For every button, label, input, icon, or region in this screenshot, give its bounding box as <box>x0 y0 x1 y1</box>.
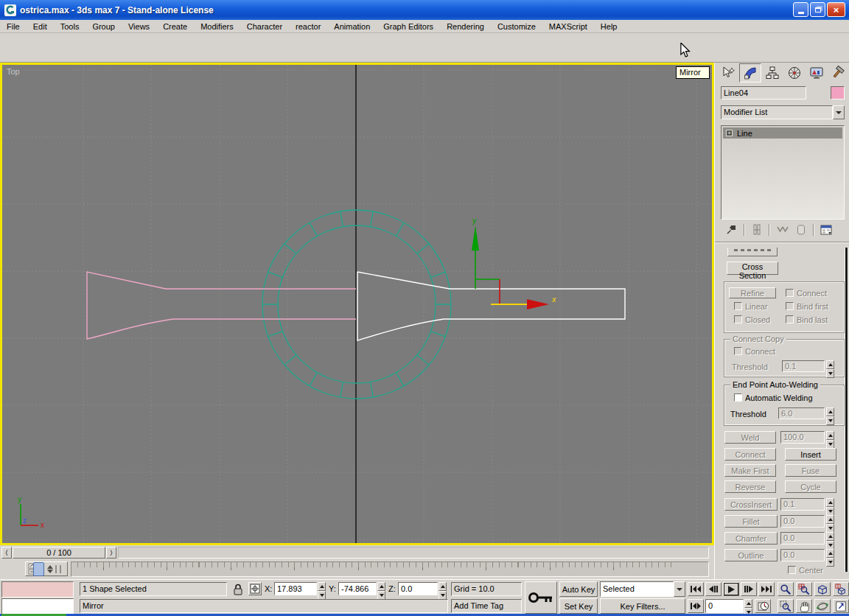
chamfer-spinner[interactable] <box>826 532 834 545</box>
restore-button[interactable] <box>810 2 825 17</box>
center-checkbox[interactable] <box>788 566 796 574</box>
tab-modify[interactable] <box>739 63 761 83</box>
outline-field[interactable]: 0.0 <box>780 549 825 561</box>
fillet-spinner[interactable] <box>826 515 834 528</box>
fillet-field[interactable]: 0.0 <box>780 515 825 528</box>
outline-spinner[interactable] <box>826 549 834 561</box>
weld-value-field[interactable]: 100.0 <box>780 431 825 444</box>
menu-modifiers[interactable]: Modifiers <box>194 21 240 32</box>
menu-edit[interactable]: Edit <box>27 21 54 32</box>
weld-threshold-spinner[interactable] <box>826 407 834 419</box>
time-slider-track[interactable] <box>118 547 709 559</box>
object-name-field[interactable]: Line04 <box>721 86 806 99</box>
zoom-extents-button[interactable] <box>814 582 831 596</box>
tab-motion[interactable] <box>783 63 806 83</box>
open-mini-curve-editor-button[interactable] <box>25 561 68 576</box>
menu-views[interactable]: Views <box>122 21 156 32</box>
play-button[interactable] <box>723 582 739 596</box>
previous-frame-button[interactable] <box>705 582 722 596</box>
z-coordinate-field[interactable]: 0.0 <box>398 582 438 595</box>
absolute-offset-mode-toggle[interactable] <box>248 582 262 595</box>
y-coordinate-spinner[interactable] <box>377 582 385 595</box>
time-slider-right-arrow[interactable]: 〉 <box>106 547 116 559</box>
panel-scrollbar-thumb[interactable] <box>845 248 848 572</box>
maxscript-mini-listener[interactable] <box>1 598 74 615</box>
x-coordinate-field[interactable]: 17.893 <box>274 582 317 595</box>
reverse-button[interactable]: Reverse <box>724 480 776 493</box>
arc-rotate-button[interactable] <box>814 599 831 613</box>
remove-modifier-button[interactable] <box>794 223 808 237</box>
cross-insert-field[interactable]: 0.1 <box>780 498 825 511</box>
connect-checkbox[interactable] <box>786 289 794 297</box>
current-frame-spinner[interactable] <box>744 599 752 613</box>
pin-stack-button[interactable] <box>725 223 738 237</box>
outline-button[interactable]: Outline <box>724 549 778 561</box>
selection-lock-toggle[interactable] <box>232 583 244 596</box>
key-mode-toggle-button[interactable] <box>688 599 704 613</box>
weld-button[interactable]: Weld <box>724 431 776 444</box>
maxscript-macro-recorder[interactable] <box>1 581 74 598</box>
menu-reactor[interactable]: reactor <box>289 21 327 32</box>
time-configuration-button[interactable] <box>755 599 771 613</box>
zoom-button[interactable] <box>778 582 794 596</box>
x-coordinate-spinner[interactable] <box>318 582 326 595</box>
menu-rendering[interactable]: Rendering <box>440 21 491 32</box>
show-end-result-button[interactable] <box>750 223 764 237</box>
modifier-stack[interactable]: + Line <box>721 125 845 220</box>
cross-section-button[interactable]: Cross Section <box>727 262 778 275</box>
automatic-welding-checkbox[interactable] <box>734 393 742 402</box>
zoom-all-button[interactable] <box>796 582 812 596</box>
pan-button[interactable] <box>796 599 812 613</box>
frame-marker[interactable] <box>33 562 44 576</box>
clipped-button[interactable] <box>727 248 778 256</box>
tab-utilities[interactable] <box>828 63 849 83</box>
add-time-tag-field[interactable]: Add Time Tag <box>451 599 522 613</box>
viewport-label[interactable]: Top <box>7 67 20 76</box>
menu-character[interactable]: Character <box>240 21 289 32</box>
menu-graph-editors[interactable]: Graph Editors <box>377 21 440 32</box>
time-slider-handle[interactable]: 0 / 100 <box>13 547 105 559</box>
auto-key-button[interactable]: Auto Key <box>559 581 598 597</box>
next-frame-button[interactable] <box>741 582 757 596</box>
chamfer-button[interactable]: Chamfer <box>724 532 778 545</box>
cross-insert-spinner[interactable] <box>826 498 834 511</box>
fillet-button[interactable]: Fillet <box>724 515 778 528</box>
viewport-top[interactable]: y x y x z Top <box>0 63 714 545</box>
menu-file[interactable]: File <box>0 21 27 32</box>
tab-create[interactable] <box>717 63 739 83</box>
go-to-end-button[interactable] <box>758 582 775 596</box>
linear-checkbox[interactable] <box>734 302 742 310</box>
weld-threshold-field[interactable]: 6.0 <box>778 407 825 419</box>
object-color-swatch[interactable] <box>831 86 845 99</box>
fuse-button[interactable]: Fuse <box>785 464 836 477</box>
track-bar-ruler[interactable] <box>71 561 709 577</box>
time-slider-left-arrow[interactable]: 〈 <box>1 547 12 559</box>
set-keys-button[interactable] <box>525 581 557 614</box>
bind-last-checkbox[interactable] <box>786 315 794 323</box>
connect-button[interactable]: Connect <box>724 448 776 461</box>
panel-scrollbar[interactable] <box>845 248 848 572</box>
cycle-button[interactable]: Cycle <box>785 480 836 493</box>
go-to-start-button[interactable] <box>688 582 704 596</box>
menu-create[interactable]: Create <box>156 21 194 32</box>
menu-animation[interactable]: Animation <box>327 21 377 32</box>
zoom-extents-all-button[interactable] <box>833 582 849 596</box>
z-coordinate-spinner[interactable] <box>439 582 447 595</box>
modifier-list-dropdown[interactable]: Modifier List <box>721 105 845 119</box>
closed-checkbox[interactable] <box>734 315 742 323</box>
current-frame-field[interactable]: 0 <box>705 599 744 613</box>
chamfer-field[interactable]: 0.0 <box>780 532 825 545</box>
make-first-button[interactable]: Make First <box>724 464 776 477</box>
key-filters-button[interactable]: Key Filters... <box>600 598 685 614</box>
insert-button[interactable]: Insert <box>785 448 836 461</box>
configure-modifier-sets-button[interactable] <box>820 223 833 237</box>
stack-item-line[interactable]: + Line <box>723 127 842 139</box>
viewport-canvas[interactable]: y x y x z Top <box>2 65 712 543</box>
bind-first-checkbox[interactable] <box>786 302 794 310</box>
make-unique-button[interactable] <box>775 223 790 237</box>
expand-icon[interactable]: + <box>726 130 733 136</box>
tab-hierarchy[interactable] <box>761 63 783 83</box>
modifier-list-arrow[interactable] <box>833 105 845 119</box>
minimize-button[interactable] <box>793 2 808 17</box>
menu-tools[interactable]: Tools <box>54 21 86 32</box>
